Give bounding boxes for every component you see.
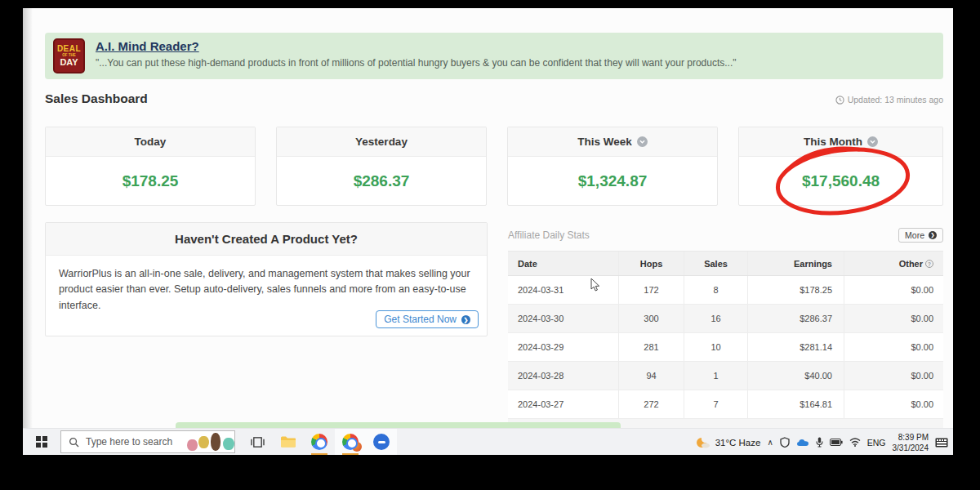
page-title: Sales Dashboard [45, 91, 148, 106]
cell-sales: 8 [684, 276, 747, 304]
chrome-icon [342, 434, 359, 450]
cell-other: $0.00 [844, 305, 943, 332]
chevron-right-icon: ❯ [929, 231, 937, 239]
easter-decoration [185, 431, 249, 452]
stat-label: Today [135, 136, 167, 148]
stat-value: $17,560.48 [739, 157, 942, 206]
chevron-right-icon: ❯ [461, 315, 470, 324]
cell-hops: 272 [618, 390, 684, 418]
deal-banner: DEAL OF THE DAY A.I. Mind Reader? "...Yo… [45, 33, 943, 79]
weather-text: 31°C Haze [715, 438, 761, 448]
cell-other: $0.00 [844, 276, 943, 304]
cell-other: $0.00 [844, 333, 943, 361]
onedrive-cloud-icon[interactable] [796, 438, 809, 447]
col-header-earnings: Earnings [747, 252, 844, 275]
windows-logo-icon [36, 436, 47, 448]
col-header-hops: Hops [618, 252, 684, 275]
cell-other: $0.00 [844, 390, 943, 418]
stat-label: This Month [804, 136, 862, 148]
search-icon [69, 437, 79, 448]
taskbar-search[interactable]: Type here to search [60, 430, 235, 453]
table-header-row: Date Hops Sales Earnings Other ? [508, 252, 943, 276]
updated-status: Updated: 13 minutes ago [835, 95, 943, 105]
stat-value: $178.25 [46, 157, 255, 206]
search-placeholder: Type here to search [86, 436, 172, 448]
deal-quote: "...You can put these high-demand produc… [96, 57, 737, 69]
desktop-screen: DEAL OF THE DAY A.I. Mind Reader? "...Yo… [23, 8, 953, 455]
notification-badge [352, 442, 362, 452]
clock-date: 3/31/2024 [893, 443, 929, 453]
cell-sales: 16 [684, 305, 747, 332]
info-icon[interactable]: ? [925, 260, 933, 268]
chevron-down-icon[interactable] [637, 136, 648, 147]
more-label: More [905, 230, 924, 240]
more-button[interactable]: More ❯ [898, 228, 943, 243]
get-started-button[interactable]: Get Started Now ❯ [376, 310, 479, 328]
stat-label: This Week [577, 136, 632, 148]
folder-icon [280, 435, 296, 448]
recorder-app-button[interactable] [366, 429, 397, 456]
table-row: 2024-03-27 272 7 $164.81 $0.00 [508, 390, 943, 419]
cell-date: 2024-03-30 [508, 314, 618, 323]
security-icon[interactable] [780, 437, 790, 448]
microphone-icon[interactable] [816, 437, 823, 448]
clock-time: 8:39 PM [893, 432, 929, 443]
badge-line-1: DEAL [57, 45, 81, 53]
blue-dash-icon [373, 434, 390, 450]
start-button[interactable] [23, 436, 60, 448]
cell-date: 2024-03-27 [508, 399, 618, 409]
stat-label: Yesterday [355, 136, 408, 148]
windows-taskbar: Type here to search [23, 428, 953, 455]
cell-earnings: $281.14 [747, 333, 844, 361]
stat-card-today: Today $178.25 [45, 127, 256, 206]
task-view-icon [251, 436, 265, 448]
table-row: 2024-03-31 172 8 $178.25 $0.00 [508, 276, 943, 305]
stat-card-yesterday: Yesterday $286.37 [276, 127, 487, 206]
taskbar-clock[interactable]: 8:39 PM 3/31/2024 [893, 432, 929, 453]
file-explorer-button[interactable] [273, 429, 304, 456]
col-header-sales: Sales [684, 252, 747, 275]
chrome-profile-button[interactable] [335, 429, 366, 456]
col-header-date: Date [508, 259, 618, 269]
tray-chevron-up-icon[interactable]: ∧ [767, 438, 773, 447]
wifi-icon[interactable] [849, 438, 861, 447]
stat-value: $1,324.87 [508, 157, 717, 206]
deal-of-the-day-badge: DEAL OF THE DAY [53, 38, 85, 74]
panel-body-text: WarriorPlus is an all-in-one sale, deliv… [46, 256, 487, 314]
deal-title-link[interactable]: A.I. Mind Reader? [96, 39, 199, 53]
weather-widget[interactable]: 31°C Haze [696, 436, 761, 449]
stat-card-this-week: This Week $1,324.87 [507, 127, 718, 206]
task-view-button[interactable] [242, 429, 273, 456]
chrome-button[interactable] [304, 429, 335, 456]
table-row: 2024-03-30 300 16 $286.37 $0.00 [508, 305, 943, 333]
stat-card-this-month: This Month $17,560.48 [738, 127, 943, 206]
updated-text: Updated: 13 minutes ago [848, 95, 943, 105]
chevron-down-icon[interactable] [867, 136, 878, 147]
affiliate-stats-panel: Affiliate Daily Stats More ❯ Date Hops S… [508, 225, 943, 429]
col-header-other: Other ? [844, 252, 943, 275]
cell-other: $0.00 [844, 362, 943, 390]
cell-sales: 1 [684, 362, 747, 390]
stats-title: Affiliate Daily Stats [508, 229, 590, 241]
table-row: 2024-03-28 94 1 $40.00 $0.00 [508, 362, 943, 390]
video-frame: DEAL OF THE DAY A.I. Mind Reader? "...Yo… [0, 0, 980, 490]
create-product-panel: Haven't Created A Product Yet? WarriorPl… [45, 222, 488, 336]
get-started-label: Get Started Now [384, 314, 457, 325]
touch-keyboard-icon[interactable] [935, 438, 948, 448]
cell-date: 2024-03-29 [508, 342, 618, 352]
cell-earnings: $164.81 [747, 390, 844, 418]
cell-date: 2024-03-28 [508, 371, 618, 381]
cell-earnings: $40.00 [747, 362, 844, 390]
clock-icon [835, 96, 844, 105]
battery-icon[interactable] [830, 439, 843, 446]
stat-value: $286.37 [277, 157, 486, 206]
cell-sales: 7 [684, 390, 747, 418]
haze-moon-icon [696, 436, 710, 449]
table-row: 2024-03-29 281 10 $281.14 $0.00 [508, 333, 943, 362]
cell-sales: 10 [684, 333, 747, 361]
badge-line-3: DAY [60, 58, 78, 67]
cell-earnings: $286.37 [747, 305, 844, 332]
system-tray: 31°C Haze ∧ ENG [696, 429, 948, 455]
cell-hops: 300 [618, 305, 684, 332]
language-indicator[interactable]: ENG [867, 438, 886, 448]
